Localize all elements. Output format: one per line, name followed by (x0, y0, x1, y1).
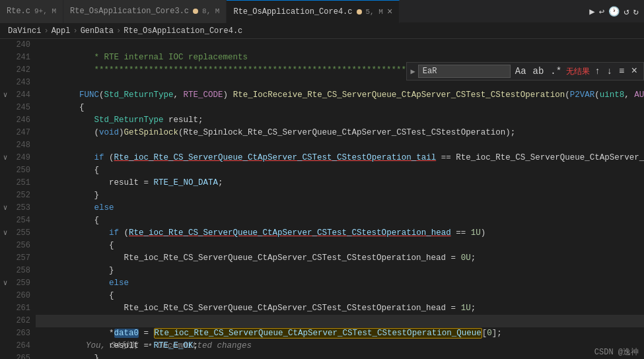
nav-down-icon[interactable]: ↓ (605, 66, 614, 77)
code-line: } (36, 340, 644, 352)
code-line: (void)GetSpinlock(Rte_Spinlock_Rte_CS_Se… (36, 114, 644, 127)
search-bar: ▶ Aa ab .* 无结果 ↑ ↓ ≡ × (406, 62, 645, 81)
tab-badge: 9+, M (34, 7, 56, 15)
tab-label: Rte_OsApplication_Core4.c (233, 7, 352, 16)
modified-dot (357, 9, 362, 15)
code-line: if (Rte_ioc_Rte_CS_ServerQueue_CtApServe… (36, 139, 644, 152)
history-icon[interactable]: 🕐 (608, 6, 620, 17)
code-line: { (36, 227, 644, 240)
code-line: { (36, 152, 644, 164)
case-sensitive-btn[interactable]: Aa (513, 66, 528, 77)
tab-core4[interactable]: Rte_OsApplication_Core4.c 5, M × (227, 0, 400, 23)
tab-badge: 5, M (366, 8, 383, 16)
tab-label: Rte_OsApplication_Core3.c (70, 7, 189, 16)
code-line: } (36, 302, 644, 315)
nav-up-icon[interactable]: ↑ (592, 66, 602, 77)
word-btn[interactable]: ab (531, 66, 546, 77)
tab-rte-c[interactable]: Rte.c 9+, M (0, 0, 63, 23)
code-line: Std_ReturnType result; (36, 102, 644, 114)
arrow-right-icon: ▶ (411, 67, 415, 77)
breadcrumb-appl[interactable]: Appl (52, 26, 71, 36)
back-icon[interactable]: ↩ (599, 6, 604, 17)
code-line: } (36, 252, 644, 265)
code-line: * RTE internal IOC replacements (36, 39, 644, 51)
nav-forward-icon[interactable]: ↻ (633, 6, 639, 17)
code-area: * RTE internal IOC replacements ********… (36, 39, 644, 359)
run-icon[interactable]: ▶ (589, 6, 594, 17)
code-line: } (36, 177, 644, 189)
code-line: else (36, 189, 644, 202)
code-line: { (36, 89, 644, 102)
code-line (36, 127, 644, 139)
regex-btn[interactable]: .* (548, 66, 563, 77)
editor-body: ∨ ∨ ∨ ∨ ∨ 240 2 (0, 39, 644, 359)
toolbar-icons: ▶ ↩ 🕐 ↺ ↻ (584, 6, 644, 17)
code-line: (void)ReleaseSpinlock(Rte_Spinlock_Rte_C… (36, 352, 644, 359)
nav-back-icon[interactable]: ↺ (624, 6, 629, 17)
tab-core3[interactable]: Rte_OsApplication_Core3.c 8, M (63, 0, 227, 23)
breadcrumb: DaVinci › Appl › GenData › Rte_OsApplica… (0, 23, 644, 39)
breadcrumb-davinci[interactable]: DaVinci (8, 26, 41, 36)
code-line: Rte_ioc_Rte_CS_ServerQueue_CtApServer_CS… (36, 290, 644, 302)
code-line: { (36, 202, 644, 214)
code-line: if (Rte_ioc_Rte_CS_ServerQueue_CtApServe… (36, 214, 644, 227)
breadcrumb-file[interactable]: Rte_OsApplication_Core4.c (124, 26, 242, 36)
tab-bar: Rte.c 9+, M Rte_OsApplication_Core3.c 8,… (0, 0, 644, 23)
code-line-262: *data0 = Rte_ioc_Rte_CS_ServerQueue_CtAp… (36, 315, 644, 327)
tab-badge: 8, M (202, 7, 219, 15)
status-bar: CSDN @逸神 (589, 345, 644, 359)
code-line: result = RTE_E_OK; (36, 327, 644, 340)
code-line: Rte_ioc_Rte_CS_ServerQueue_CtApServer_CS… (36, 240, 644, 252)
close-icon[interactable]: × (387, 7, 392, 17)
breadcrumb-gendata[interactable]: GenData (81, 26, 114, 36)
modified-dot (193, 9, 198, 14)
search-input[interactable] (418, 65, 511, 78)
status-text: CSDN @逸神 (594, 348, 639, 357)
code-line: result = RTE_E_NO_DATA; (36, 164, 644, 177)
tab-label: Rte.c (7, 7, 30, 16)
no-result: 无结果 (566, 66, 590, 77)
close-search-x-icon[interactable]: × (629, 65, 639, 77)
line-numbers: 240 241 242 243 244 245 246 247 248 249 … (11, 39, 36, 359)
fold-column: ∨ ∨ ∨ ∨ ∨ (0, 39, 11, 359)
editor-container: ∨ ∨ ∨ ∨ ∨ 240 2 (0, 39, 644, 359)
close-search-icon[interactable]: ≡ (617, 66, 626, 77)
code-line: { (36, 277, 644, 290)
code-line: else (36, 265, 644, 277)
